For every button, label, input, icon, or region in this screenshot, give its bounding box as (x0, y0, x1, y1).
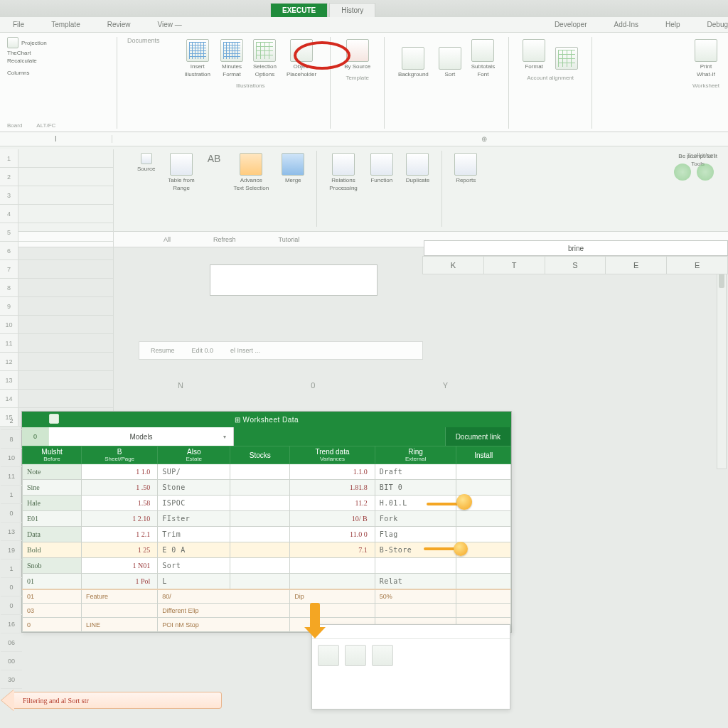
menu-developer[interactable]: Developer (555, 21, 587, 28)
col-T[interactable]: T (484, 256, 545, 274)
ribbon-left-sub3: Columns (7, 70, 30, 76)
menu-file[interactable]: File (13, 21, 24, 28)
relations-icon (332, 153, 355, 176)
ribbon-btn-sort[interactable]: Sort (435, 45, 465, 80)
ribbon-btn-object[interactable]: Object Placeholder (283, 37, 320, 80)
popup-panel[interactable] (311, 624, 510, 710)
row-number[interactable]: 2 (1, 412, 22, 430)
row-number[interactable]: 16 (1, 615, 22, 633)
menu-template[interactable]: Template (51, 21, 80, 28)
r2-relations[interactable]: RelationsProcessing (326, 151, 361, 227)
row-number[interactable]: 1 (1, 560, 22, 578)
function-icon (370, 153, 393, 176)
row-number[interactable]: 0 (1, 578, 22, 596)
mid-resume[interactable]: Resume (151, 347, 175, 354)
row-number[interactable]: 19 (1, 541, 22, 560)
row-number[interactable]: 30 (1, 670, 22, 689)
col-letter-0: 0 (311, 381, 315, 390)
tab-execute[interactable]: EXECUTE (270, 3, 328, 17)
table-header[interactable]: Install (456, 446, 511, 464)
row-number[interactable]: 10 (1, 449, 22, 467)
row-number[interactable]: 0 (1, 504, 22, 523)
tab-corner[interactable]: 0 (22, 427, 49, 446)
table-header[interactable]: RingExternal (375, 446, 456, 464)
table-header[interactable]: AlsoEstate (158, 446, 230, 464)
popup-option-2[interactable] (345, 645, 366, 666)
popup-title (312, 625, 510, 639)
subbar-refresh[interactable]: Refresh (213, 236, 236, 243)
table-header[interactable]: Trend dataVariances (290, 446, 375, 464)
col-K[interactable]: K (422, 256, 484, 274)
subbar-all[interactable]: All (164, 236, 171, 243)
popup-option-1[interactable] (318, 645, 339, 666)
ribbon-btn-conditional[interactable] (552, 45, 582, 72)
menu-review[interactable]: Review (107, 21, 131, 28)
r2-prompt[interactable]: Be prompt for itTools (675, 151, 721, 227)
menu-help[interactable]: Help (665, 21, 680, 28)
table-row[interactable]: E011 2.10FIster10/ BFork (23, 511, 511, 527)
subbar-tutorial[interactable]: Tutorial (279, 236, 300, 243)
table-row[interactable]: Bold1 25E 0 A7.1B-Store (23, 542, 511, 558)
table-row[interactable]: Snob1 N01Sort (23, 558, 511, 574)
fx-indicator: ⊕ (240, 135, 728, 143)
table-header[interactable]: MulshtBefore (23, 446, 82, 464)
mini-window-title: brine (424, 240, 728, 256)
menu-debug[interactable]: Debug (707, 21, 728, 28)
ribbon-left-sub2: Recalculate (7, 58, 37, 64)
table-row[interactable]: Note1 1.0SUP/1.1.0Draft (23, 464, 511, 480)
table-row[interactable]: 011 PolLRelat (23, 574, 511, 589)
table-row-truncated[interactable]: 01Feature80/Dip50% (23, 589, 511, 604)
r2-source[interactable]: Source (134, 151, 159, 227)
r2-merge[interactable]: Merge (278, 151, 308, 227)
r2-ab[interactable]: AB (204, 151, 225, 227)
vertical-scrollbar[interactable] (717, 256, 727, 469)
mid-edit[interactable]: Edit 0.0 (192, 347, 214, 354)
r2-function[interactable]: Function (367, 151, 397, 227)
tab-history[interactable]: History (329, 3, 375, 17)
row-number[interactable]: 0 (1, 596, 22, 615)
table-header[interactable]: BSheet/Page (82, 446, 158, 464)
ribbon-btn-insert[interactable]: Insert Illustration (181, 37, 214, 80)
tab-spacer (234, 427, 446, 446)
ribbon-btn-print[interactable]: Print What-If (691, 37, 721, 80)
col-E1[interactable]: E (606, 256, 667, 274)
table-header[interactable]: Stocks (230, 446, 290, 464)
r2-duplicate[interactable]: Duplicate (402, 151, 433, 227)
r2-table[interactable]: Table fromRange (164, 151, 198, 227)
ribbon-btn-annotated[interactable]: By Source (341, 37, 374, 72)
row-number[interactable]: 06 (1, 633, 22, 652)
row-number[interactable]: 00 (1, 652, 22, 670)
ribbon-btn-background[interactable]: Background (395, 45, 432, 80)
table-row[interactable]: Hale1.58ISPOC11.2H.01.L (23, 496, 511, 511)
ribbon-btn-subtotals[interactable]: Subtotals Font (468, 37, 498, 80)
table-row[interactable]: Data1 2.1Trim11.0 0Flag (23, 527, 511, 542)
menu-addins[interactable]: Add-Ins (614, 21, 638, 28)
col-S[interactable]: S (545, 256, 606, 274)
r2-reports[interactable]: Reports (451, 151, 481, 227)
tab-document-link[interactable]: Document link (446, 427, 511, 446)
chart-icon (402, 47, 424, 70)
row-number[interactable]: 11 (1, 467, 22, 486)
title-tab-strip: EXECUTE History (0, 0, 728, 17)
data-table: MulshtBeforeBSheet/PageAlsoEstateStocksT… (22, 446, 511, 632)
name-box[interactable]: I (0, 135, 112, 143)
mid-insert[interactable]: el Insert ... (230, 347, 260, 354)
row-number[interactable]: 13 (1, 523, 22, 541)
cond-icon (555, 47, 578, 70)
menu-view[interactable]: View — (158, 21, 182, 28)
bluegrid-icon (220, 39, 243, 62)
table-row[interactable]: Sine1 .50Stone1.81.8BIT 0 (23, 480, 511, 496)
ribbon-footnote-1: Board (7, 122, 22, 129)
r2-advance[interactable]: AdvanceText Selection (230, 151, 272, 227)
popup-option-3[interactable] (372, 645, 393, 666)
ribbon-btn-format[interactable]: Format (519, 37, 549, 72)
col-E2[interactable]: E (667, 256, 728, 274)
ribbon-btn-minutes[interactable]: Minutes Format (217, 37, 247, 80)
ribbon-tab-documents[interactable]: Documents (127, 37, 160, 44)
table-row-truncated[interactable]: 03 Different Elip (23, 604, 511, 618)
row-number[interactable]: 1 (1, 486, 22, 504)
ribbon-btn-selection[interactable]: Selection Options (250, 37, 280, 80)
row-number[interactable]: 8 (1, 430, 22, 449)
large-input-box[interactable] (210, 264, 378, 296)
tab-models[interactable]: Models (49, 427, 234, 446)
